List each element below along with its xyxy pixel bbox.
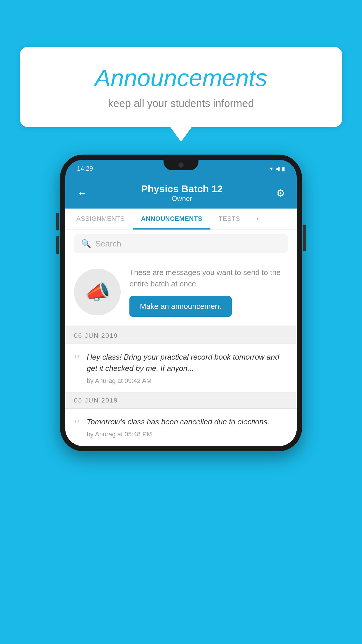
date-separator-2: 05 JUN 2019 (65, 393, 297, 409)
announcement-text-1: Hey class! Bring your practical record b… (87, 351, 288, 374)
camera (178, 162, 184, 168)
notch (164, 160, 198, 170)
announcement-item-1: " Hey class! Bring your practical record… (65, 344, 297, 393)
app-header: ← Physics Batch 12 Owner ⚙ (65, 177, 297, 209)
tab-tests[interactable]: TESTS (210, 209, 248, 229)
announcement-meta-1: by Anurag at 09:42 AM (87, 377, 288, 385)
status-time: 14:29 (77, 165, 93, 172)
search-placeholder: Search (95, 239, 121, 249)
tab-assignments[interactable]: ASSIGNMENTS (68, 209, 133, 229)
volume-up-button (56, 213, 59, 230)
signal-icon: ◀ (275, 165, 280, 172)
quote-icon-1: " (74, 353, 80, 367)
header-subtitle: Owner (141, 195, 223, 203)
volume-down-button (56, 236, 59, 254)
header-title: Physics Batch 12 (141, 183, 223, 195)
announcement-content-2: Tomorrow's class has been cancelled due … (87, 416, 288, 438)
tab-announcements[interactable]: ANNOUNCEMENTS (133, 209, 211, 229)
search-icon: 🔍 (81, 239, 91, 249)
search-container: 🔍 Search (65, 230, 297, 258)
status-bar: 14:29 ▾ ◀ ▮ (65, 160, 297, 177)
announcement-meta-2: by Anurag at 05:48 PM (87, 430, 288, 438)
phone-container: 14:29 ▾ ◀ ▮ ← Physics Batch 12 Owner ⚙ (60, 155, 302, 451)
make-announcement-button[interactable]: Make an announcement (129, 296, 232, 317)
announcement-content-1: Hey class! Bring your practical record b… (87, 351, 288, 385)
speech-bubble: Announcements keep all your students inf… (20, 47, 342, 127)
search-bar[interactable]: 🔍 Search (74, 234, 288, 253)
battery-icon: ▮ (282, 165, 285, 172)
megaphone-icon: 📣 (85, 280, 110, 304)
settings-icon[interactable]: ⚙ (276, 187, 285, 199)
tabs-bar: ASSIGNMENTS ANNOUNCEMENTS TESTS • (65, 209, 297, 230)
megaphone-circle: 📣 (74, 269, 121, 315)
prompt-description: These are messages you want to send to t… (129, 267, 288, 290)
power-button (303, 225, 306, 251)
wifi-icon: ▾ (270, 165, 273, 172)
announcement-item-2: " Tomorrow's class has been cancelled du… (65, 409, 297, 446)
bubble-title: Announcements (43, 64, 319, 92)
quote-icon-2: " (74, 417, 80, 431)
status-icons: ▾ ◀ ▮ (270, 165, 285, 172)
announcement-prompt: 📣 These are messages you want to send to… (65, 258, 297, 328)
announcement-text-2: Tomorrow's class has been cancelled due … (87, 416, 288, 428)
phone-frame: 14:29 ▾ ◀ ▮ ← Physics Batch 12 Owner ⚙ (60, 155, 302, 451)
phone-screen: ← Physics Batch 12 Owner ⚙ ASSIGNMENTS A… (65, 177, 297, 446)
tab-more[interactable]: • (248, 209, 267, 229)
back-button[interactable]: ← (77, 187, 87, 199)
prompt-right: These are messages you want to send to t… (129, 267, 288, 317)
bubble-subtitle: keep all your students informed (43, 97, 319, 110)
date-separator-1: 06 JUN 2019 (65, 328, 297, 344)
header-center: Physics Batch 12 Owner (141, 183, 223, 203)
speech-bubble-container: Announcements keep all your students inf… (20, 47, 342, 127)
